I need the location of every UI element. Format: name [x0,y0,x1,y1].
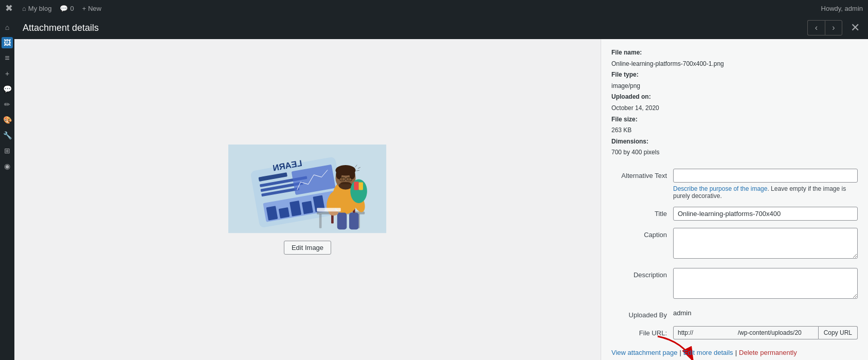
file-size-info: File size: 263 KB [611,114,858,136]
wp-logo-icon[interactable]: ✖ [5,3,13,14]
uploaded-by-row: Uploaded By admin [611,308,858,319]
sidebar-icon-comments[interactable]: 💬 [2,83,13,95]
howdy-text: Howdy, admin [821,5,863,12]
svg-rect-41 [354,182,359,190]
admin-bar: ✖ ⌂ My blog 💬 0 + New Howdy, admin [0,0,868,16]
delete-permanently-link[interactable]: Delete permanently [739,349,797,356]
alt-text-row: Alternative Text Describe the purpose of… [611,169,858,200]
sidebar-icon-appearance[interactable]: 🎨 [2,114,13,125]
dialog-header: Attachment details ‹ › ✕ [14,16,868,39]
title-label: Title [611,207,673,218]
comment-icon: 💬 [60,5,68,12]
svg-rect-36 [337,213,347,230]
svg-rect-44 [317,208,341,212]
file-name-info: File name: Online-learning-platforms-700… [611,47,858,69]
svg-point-29 [339,182,352,190]
view-attachment-link[interactable]: View attachment page [611,349,677,356]
admin-bar-comments[interactable]: 💬 0 [56,0,78,16]
uploaded-by-value: admin [673,307,691,317]
alt-text-input[interactable] [673,169,858,183]
edit-image-button[interactable]: Edit Image [284,241,331,255]
prev-button[interactable]: ‹ [807,20,825,35]
alt-text-field: Describe the purpose of the image. Leave… [673,169,858,200]
attachment-dialog: Attachment details ‹ › ✕ [14,16,868,360]
svg-rect-42 [359,183,363,190]
sidebar-icon-pen[interactable]: ✏ [2,99,13,110]
caption-field [673,228,858,261]
caption-label: Caption [611,228,673,239]
home-icon: ⌂ [22,5,26,12]
sidebar-icon-library[interactable]: ≡ [2,52,13,64]
main-content: Attachment details ‹ › ✕ [14,16,868,360]
sidebar: ⌂ 🖼 ≡ + 💬 ✏ 🎨 🔧 ⊞ ◉ [0,16,14,360]
sep2: | [735,349,737,356]
alt-text-label: Alternative Text [611,169,673,179]
caption-textarea[interactable] [673,228,858,259]
details-panel: File name: Online-learning-platforms-700… [601,39,868,360]
plus-icon: + [82,5,86,12]
file-type-info: File type: image/png [611,69,858,92]
svg-rect-15 [319,214,322,228]
dialog-title: Attachment details [23,23,99,33]
dialog-nav: ‹ › [807,20,842,35]
caption-row: Caption [611,228,858,261]
svg-rect-9 [279,208,290,219]
description-row: Description [611,268,858,301]
title-row: Title [611,207,858,221]
sidebar-icon-grid[interactable]: ⊞ [2,145,13,156]
alt-text-help-link[interactable]: Describe the purpose of the image [673,185,767,192]
sep1: | [679,349,681,356]
file-info: File name: Online-learning-platforms-700… [611,47,858,158]
file-url-row: File URL: Copy URL [611,326,858,339]
admin-bar-myblog[interactable]: ⌂ My blog [18,0,56,16]
svg-point-25 [350,170,355,179]
admin-bar-right: Howdy, admin [821,5,863,12]
file-dimensions-info: Dimensions: 700 by 400 pixels [611,136,858,158]
copy-url-button[interactable]: Copy URL [819,326,858,339]
image-container: LEARN [228,145,386,233]
sidebar-icon-circle[interactable]: ◉ [2,160,13,172]
uploaded-by-label: Uploaded By [611,308,673,319]
edit-more-details-link[interactable]: Edit more details [683,349,733,356]
sidebar-icon-add[interactable]: + [2,68,13,79]
alt-text-help: Describe the purpose of the image. Leave… [673,185,858,200]
admin-bar-new[interactable]: + New [78,0,106,16]
file-uploaded-info: Uploaded on: October 14, 2020 [611,92,858,114]
title-field [673,207,858,221]
bottom-links: View attachment page | Edit more details… [611,349,858,356]
sidebar-icon-dashboard[interactable]: ⌂ [2,22,13,33]
uploaded-by-field: admin [673,308,858,317]
sidebar-icon-tools[interactable]: 🔧 [2,130,13,141]
description-textarea[interactable] [673,268,858,299]
image-panel: LEARN [14,39,601,360]
svg-rect-11 [302,201,313,214]
close-button[interactable]: ✕ [851,22,860,33]
title-input[interactable] [673,207,858,221]
dialog-body: LEARN [14,39,868,360]
description-label: Description [611,268,673,279]
next-button[interactable]: › [825,20,842,35]
sidebar-icon-media[interactable]: 🖼 [2,37,13,48]
description-field [673,268,858,301]
attachment-image: LEARN [228,145,386,233]
svg-rect-37 [349,213,359,230]
